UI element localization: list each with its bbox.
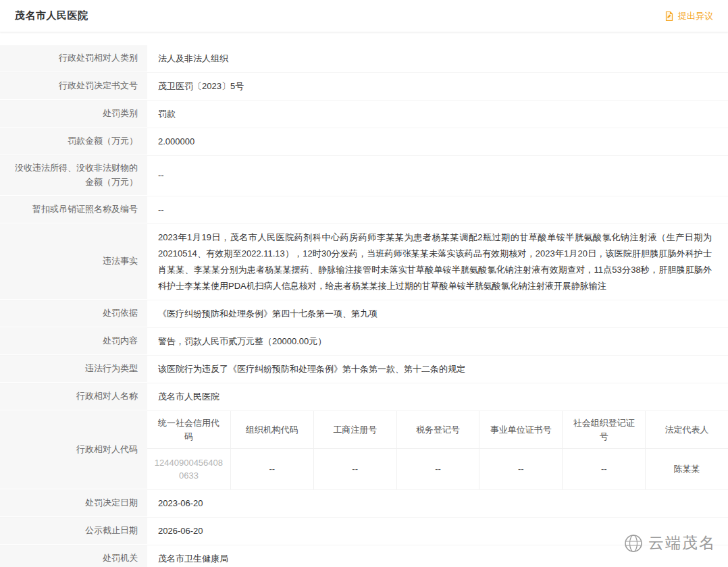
row-label: 没收违法所得、没收非法财物的金额（万元） [0, 156, 147, 196]
table-row: 处罚决定日期 2023-06-20 [0, 490, 728, 518]
row-label: 行政相对人代码 [0, 411, 147, 489]
table-row: 处罚类别 罚款 [0, 101, 728, 128]
header-bar: 茂名市人民医院 提出异议 [0, 0, 728, 32]
row-label: 暂扣或吊销证照名称及编号 [0, 196, 147, 223]
row-label: 违法事实 [0, 224, 147, 300]
table-row: 没收违法所得、没收非法财物的金额（万元） -- [0, 156, 728, 196]
row-value: 法人及非法人组织 [147, 45, 728, 72]
table-row: 暂扣或吊销证照名称及编号 -- [0, 196, 728, 224]
row-label: 公示截止日期 [0, 518, 147, 545]
sub-table-header: 工商注册号 [313, 411, 396, 449]
sub-table-header: 事业单位证书号 [479, 411, 562, 449]
watermark: 云端茂名 [623, 533, 716, 554]
globe-icon [623, 533, 644, 554]
sub-table-header: 组织机构代码 [230, 411, 313, 449]
table-row: 处罚内容 警告，罚款人民币贰万元整（20000.00元） [0, 328, 728, 356]
dispute-link[interactable]: 提出异议 [664, 10, 713, 22]
row-value: 统一社会信用代码 组织机构代码 工商注册号 税务登记号 事业单位证书号 社会组织… [147, 411, 728, 489]
row-label: 罚款金额（万元） [0, 128, 147, 155]
table-row-violation-facts: 违法事实 2023年1月19日，茂名市人民医院药剂科中心药房药师李某某为患者杨某… [0, 224, 728, 300]
row-value: -- [147, 196, 728, 223]
row-label: 违法行为类型 [0, 356, 147, 383]
table-row: 处罚机关 茂名市卫生健康局 [0, 545, 728, 567]
sub-table-cell: -- [230, 449, 313, 489]
row-label: 处罚决定日期 [0, 490, 147, 517]
row-value: -- [147, 156, 728, 196]
table-row: 行政处罚相对人类别 法人及非法人组织 [0, 45, 728, 73]
table-row: 公示截止日期 2026-06-20 [0, 518, 728, 545]
row-value: 2.000000 [147, 128, 728, 155]
row-value: 罚款 [147, 101, 728, 128]
table-row: 违法行为类型 该医院行为违反了《医疗纠纷预防和处理条例》第十条第一款、第十二条的… [0, 356, 728, 383]
row-label: 处罚依据 [0, 300, 147, 327]
dispute-link-label: 提出异议 [678, 10, 713, 22]
sub-table-cell: -- [562, 449, 645, 489]
row-label: 处罚机关 [0, 545, 147, 567]
row-value: 茂名市人民医院 [147, 383, 728, 410]
page-title: 茂名市人民医院 [15, 9, 88, 22]
row-value: 《医疗纠纷预防和处理条例》第四十七条第一项、第九项 [147, 300, 728, 327]
row-label: 行政处罚决定书文号 [0, 73, 147, 100]
table-row: 处罚依据 《医疗纠纷预防和处理条例》第四十七条第一项、第九项 [0, 300, 728, 328]
row-label: 处罚类别 [0, 101, 147, 128]
row-value: 2023-06-20 [147, 490, 728, 517]
table-row: 罚款金额（万元） 2.000000 [0, 128, 728, 156]
sub-table-header: 社会组织登记证号 [562, 411, 645, 449]
table-row: 行政处罚决定书文号 茂卫医罚〔2023〕5号 [0, 73, 728, 101]
sub-table-cell: -- [313, 449, 396, 489]
dispute-document-icon [664, 11, 675, 22]
row-value: 2023年1月19日，茂名市人民医院药剂科中心药房药师李某某为患者杨某某调配2瓶… [147, 224, 728, 300]
row-label: 处罚内容 [0, 328, 147, 355]
penalty-detail-table: 行政处罚相对人类别 法人及非法人组织 行政处罚决定书文号 茂卫医罚〔2023〕5… [0, 45, 728, 567]
row-label: 行政相对人名称 [0, 383, 147, 410]
row-value: 该医院行为违反了《医疗纠纷预防和处理条例》第十条第一款、第十二条的规定 [147, 356, 728, 383]
legal-representative-value: 陈某某 [645, 449, 728, 489]
row-label: 行政处罚相对人类别 [0, 45, 147, 72]
sub-table-header: 统一社会信用代码 [147, 411, 230, 449]
entity-code-sub-table: 统一社会信用代码 组织机构代码 工商注册号 税务登记号 事业单位证书号 社会组织… [147, 411, 728, 489]
sub-table-cell: -- [479, 449, 562, 489]
watermark-text: 云端茂名 [648, 533, 716, 554]
sub-table-header: 法定代表人 [645, 411, 728, 449]
credit-code-value: 124409004564080633 [147, 449, 230, 489]
row-value: 茂卫医罚〔2023〕5号 [147, 73, 728, 100]
table-row: 行政相对人名称 茂名市人民医院 [0, 383, 728, 411]
sub-table-cell: -- [396, 449, 479, 489]
sub-table-header: 税务登记号 [396, 411, 479, 449]
table-row-entity-codes: 行政相对人代码 统一社会信用代码 组织机构代码 工商注册号 税务登记号 事业单位… [0, 411, 728, 490]
row-value: 警告，罚款人民币贰万元整（20000.00元） [147, 328, 728, 355]
